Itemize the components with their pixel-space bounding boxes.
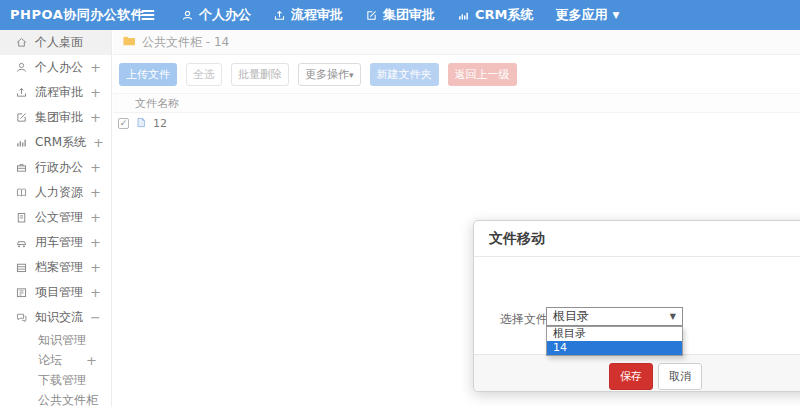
caret-down-icon: ▼ bbox=[613, 11, 620, 20]
new-folder-button[interactable]: 新建文件夹 bbox=[370, 63, 439, 86]
sidebar-item-group-approval[interactable]: 集团审批 + bbox=[0, 105, 111, 130]
hamburger-menu-icon[interactable] bbox=[140, 8, 156, 22]
topnav-label: 流程审批 bbox=[291, 6, 343, 24]
sidebar-item-human-resources[interactable]: 人力资源 + bbox=[0, 180, 111, 205]
expand-plus-icon[interactable]: + bbox=[90, 185, 101, 200]
folder-icon bbox=[122, 35, 136, 50]
sidebar-item-personal-office[interactable]: 个人办公 + bbox=[0, 55, 111, 80]
document-icon bbox=[15, 211, 28, 224]
expand-plus-icon[interactable]: + bbox=[90, 110, 101, 125]
sidebar-item-archive-mgmt[interactable]: 档案管理 + bbox=[0, 255, 111, 280]
expand-plus-icon[interactable]: + bbox=[90, 260, 101, 275]
expand-plus-icon[interactable]: + bbox=[90, 285, 101, 300]
edit-icon bbox=[15, 111, 28, 124]
chart-icon bbox=[15, 136, 28, 149]
sidebar-subitem-knowledge-mgmt[interactable]: 知识管理 bbox=[0, 330, 111, 350]
user-icon bbox=[181, 9, 194, 22]
topnav-workflow-approval[interactable]: 流程审批 bbox=[273, 6, 343, 24]
save-button[interactable]: 保存 bbox=[609, 363, 653, 390]
folder-select[interactable]: 根目录 ▼ bbox=[546, 307, 683, 326]
folder-select-value: 根目录 bbox=[553, 308, 589, 325]
topnav-label: 个人办公 bbox=[199, 6, 251, 24]
sidebar-item-document-mgmt[interactable]: 公文管理 + bbox=[0, 205, 111, 230]
file-name: 12 bbox=[153, 117, 167, 130]
topnav-label: 更多应用 bbox=[556, 6, 608, 24]
sidebar-item-label: 知识交流 bbox=[35, 309, 83, 326]
top-navigation: 个人办公 流程审批 集团审批 CRM系统 更多应用 ▼ bbox=[170, 6, 630, 24]
cancel-button[interactable]: 取消 bbox=[658, 363, 702, 390]
expand-plus-icon[interactable]: + bbox=[90, 85, 101, 100]
sidebar-item-label: 个人办公 bbox=[35, 59, 83, 76]
car-icon bbox=[15, 236, 28, 249]
sidebar-item-vehicle-mgmt[interactable]: 用车管理 + bbox=[0, 230, 111, 255]
topnav-personal-office[interactable]: 个人办公 bbox=[181, 6, 251, 24]
book-icon bbox=[15, 186, 28, 199]
sidebar-subitem-label: 下载管理 bbox=[38, 372, 86, 389]
user-icon bbox=[15, 61, 28, 74]
breadcrumb: 公共文件柜 - 14 bbox=[113, 30, 800, 55]
caret-down-icon: ▾ bbox=[349, 70, 354, 80]
expand-plus-icon[interactable]: + bbox=[86, 353, 97, 368]
expand-plus-icon[interactable]: + bbox=[90, 60, 101, 75]
sidebar-item-label: 档案管理 bbox=[35, 259, 83, 276]
breadcrumb-text: 公共文件柜 - 14 bbox=[142, 34, 229, 51]
upload-file-button[interactable]: 上传文件 bbox=[119, 63, 177, 86]
row-checkbox[interactable]: ✓ bbox=[118, 118, 129, 129]
home-icon bbox=[15, 36, 28, 49]
expand-plus-icon[interactable]: + bbox=[90, 210, 101, 225]
topnav-more-apps[interactable]: 更多应用 ▼ bbox=[556, 6, 620, 24]
sidebar-item-label: 行政办公 bbox=[35, 159, 83, 176]
chart-icon bbox=[457, 9, 470, 22]
file-name-column-header: 文件名称 bbox=[135, 96, 179, 111]
dropdown-option-root[interactable]: 根目录 bbox=[547, 327, 682, 341]
collapse-minus-icon[interactable]: − bbox=[90, 310, 101, 325]
sidebar-item-knowledge-exchange[interactable]: 知识交流 − bbox=[0, 305, 111, 330]
expand-plus-icon[interactable]: + bbox=[90, 160, 101, 175]
briefcase-icon bbox=[15, 161, 28, 174]
sidebar-item-workflow-approval[interactable]: 流程审批 + bbox=[0, 80, 111, 105]
select-all-button[interactable]: 全选 bbox=[186, 63, 222, 86]
expand-plus-icon[interactable]: + bbox=[93, 135, 104, 150]
topnav-label: CRM系统 bbox=[475, 6, 534, 24]
sidebar-item-label: 项目管理 bbox=[35, 284, 83, 301]
topnav-crm-system[interactable]: CRM系统 bbox=[457, 6, 534, 24]
sidebar-subitem-label: 论坛 bbox=[38, 352, 62, 369]
app-logo: PHPOA协同办公软件 bbox=[0, 6, 132, 24]
project-icon bbox=[15, 286, 28, 299]
archive-icon bbox=[15, 261, 28, 274]
sidebar-subitem-label: 知识管理 bbox=[38, 332, 86, 349]
sidebar-item-label: CRM系统 bbox=[35, 134, 86, 151]
sidebar-item-personal-desktop[interactable]: 个人桌面 bbox=[0, 30, 111, 55]
edit-icon bbox=[365, 9, 378, 22]
sidebar-item-crm-system[interactable]: CRM系统 + bbox=[0, 130, 111, 155]
caret-down-icon: ▼ bbox=[670, 312, 676, 321]
file-icon bbox=[135, 114, 147, 133]
more-actions-label: 更多操作 bbox=[305, 68, 349, 81]
modal-title: 文件移动 bbox=[474, 221, 800, 257]
sidebar-item-label: 流程审批 bbox=[35, 84, 83, 101]
topnav-group-approval[interactable]: 集团审批 bbox=[365, 6, 435, 24]
sidebar-subitem-forum[interactable]: 论坛 + bbox=[0, 350, 111, 370]
sidebar-item-label: 集团审批 bbox=[35, 109, 83, 126]
expand-plus-icon[interactable]: + bbox=[90, 235, 101, 250]
modal-footer: 保存 取消 bbox=[474, 354, 800, 391]
file-move-modal: 文件移动 选择文件夹 根目录 ▼ 根目录 14 保存 取消 bbox=[473, 220, 800, 392]
sidebar-item-label: 人力资源 bbox=[35, 184, 83, 201]
more-actions-dropdown-button[interactable]: 更多操作▾ bbox=[298, 63, 361, 86]
dropdown-option-14[interactable]: 14 bbox=[547, 341, 682, 355]
sidebar-item-label: 个人桌面 bbox=[35, 34, 83, 51]
sidebar: 个人桌面 个人办公 + 流程审批 + 集团审批 + CRM系统 + 行政办公 + bbox=[0, 30, 112, 407]
sidebar-subitem-public-file-cabinet[interactable]: 公共文件柜 bbox=[0, 390, 111, 407]
sidebar-item-admin-office[interactable]: 行政办公 + bbox=[0, 155, 111, 180]
topnav-label: 集团审批 bbox=[383, 6, 435, 24]
file-table-row[interactable]: ✓ 12 bbox=[113, 113, 800, 133]
upload-icon bbox=[273, 9, 286, 22]
toolbar: 上传文件 全选 批量删除 更多操作▾ 新建文件夹 返回上一级 bbox=[113, 55, 800, 93]
sidebar-item-project-mgmt[interactable]: 项目管理 + bbox=[0, 280, 111, 305]
topbar: PHPOA协同办公软件 个人办公 流程审批 集团审批 CRM系统 更多应用 bbox=[0, 0, 800, 30]
sidebar-subitem-download-mgmt[interactable]: 下载管理 bbox=[0, 370, 111, 390]
go-back-button[interactable]: 返回上一级 bbox=[448, 63, 517, 86]
folder-select-dropdown: 根目录 14 bbox=[546, 326, 683, 356]
batch-delete-button[interactable]: 批量删除 bbox=[231, 63, 289, 86]
sidebar-subitem-label: 公共文件柜 bbox=[38, 392, 98, 407]
